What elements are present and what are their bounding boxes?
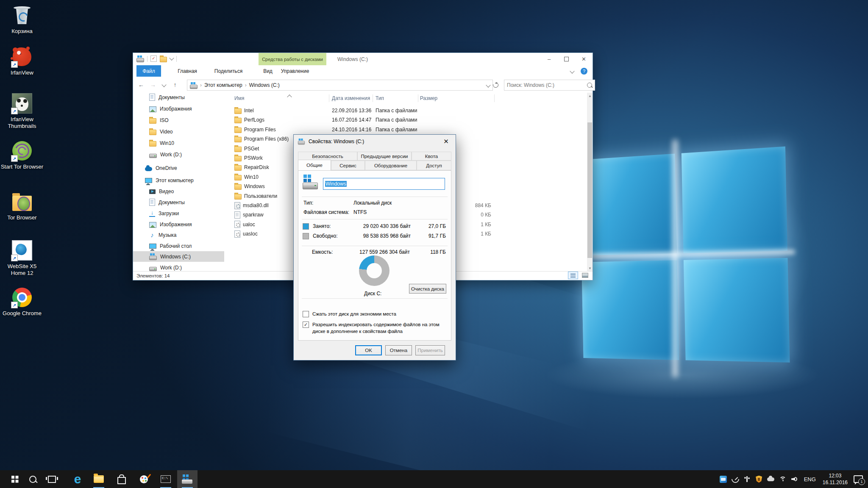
search-button[interactable] (22, 470, 43, 488)
details-view-button[interactable] (568, 272, 578, 279)
menu-file[interactable]: Файл (136, 65, 161, 77)
column-date[interactable]: Дата изменения (332, 95, 370, 101)
nav-item-этот-компьютер[interactable]: Этот компьютер (133, 175, 224, 186)
ribbon-collapse-button[interactable] (567, 65, 577, 77)
nav-item-iso[interactable]: ISO (133, 115, 224, 125)
file-explorer-button[interactable] (89, 470, 109, 488)
tab-hardware[interactable]: Оборудование (365, 161, 417, 170)
file-row[interactable]: msdia80.dll (234, 201, 269, 210)
breadcrumb-current[interactable]: Windows (C:) (249, 82, 280, 88)
desktop-icon-chrome[interactable]: ↗Google Chrome (0, 286, 44, 317)
action-center-icon[interactable]: 1 (854, 475, 863, 483)
antivirus-shield-icon[interactable] (753, 470, 765, 488)
nav-scrollbar[interactable]: ▲ ▼ (587, 93, 593, 272)
file-row[interactable]: Program Files (234, 125, 276, 134)
language-indicator[interactable]: ENG (801, 470, 819, 488)
explorer-titlebar[interactable]: ✓ Средства работы с дисками Windows (C:)… (133, 53, 593, 65)
desktop-icon-websitex5[interactable]: ↗WebSite X5 Home 12 (0, 239, 44, 277)
nav-item-work-d-[interactable]: Work (D:) (133, 149, 224, 160)
clock[interactable]: 12:03 16.11.2016 (819, 472, 851, 486)
dialog-titlebar[interactable]: Свойства: Windows (C:) (294, 135, 456, 148)
nav-item-windows-c-[interactable]: Windows (C:) (133, 251, 224, 262)
scroll-down-icon[interactable]: ▼ (588, 266, 592, 270)
desktop-icon-recycle-bin[interactable]: Корзина (0, 4, 44, 35)
satellite-dish-icon[interactable] (729, 470, 741, 488)
nav-item-видео[interactable]: Видео (133, 186, 224, 197)
new-folder-icon[interactable] (160, 57, 167, 62)
paint-button[interactable] (134, 470, 154, 488)
dialog-close-button[interactable]: ✕ (437, 135, 456, 148)
nav-item-документы[interactable]: Документы (133, 93, 224, 103)
help-button[interactable]: ? (579, 65, 589, 77)
nav-item-win10[interactable]: Win10 (133, 138, 224, 148)
back-button[interactable]: ← (136, 80, 146, 89)
store-button[interactable] (111, 470, 132, 488)
file-row[interactable]: PerfLogs (234, 115, 264, 125)
forward-button[interactable]: → (148, 80, 158, 89)
volume-label-input[interactable]: Windows (323, 178, 445, 190)
task-view-button[interactable] (42, 470, 62, 488)
scrollbar-thumb[interactable] (587, 122, 592, 258)
maximize-button[interactable] (558, 53, 575, 65)
compress-checkbox-label[interactable]: Сжать этот диск для экономии места (312, 311, 396, 317)
cancel-button[interactable]: Отмена (385, 345, 412, 355)
nav-item-музыка[interactable]: ♪Музыка (133, 230, 224, 240)
tab-general[interactable]: Общие (298, 160, 331, 170)
nav-item-изображения[interactable]: Изображения (133, 103, 224, 114)
thumbnails-view-button[interactable] (580, 272, 590, 279)
menu-home[interactable]: Главная (174, 65, 201, 77)
tab-tools[interactable]: Сервис (331, 161, 365, 170)
wifi-icon[interactable] (777, 470, 789, 488)
edge-button[interactable]: e (67, 470, 88, 488)
file-row[interactable]: RepairDisk (234, 163, 269, 172)
file-row[interactable]: Program Files (x86) (234, 134, 289, 144)
cloud-icon[interactable] (765, 470, 777, 488)
ok-button[interactable]: OK (355, 345, 382, 355)
address-box[interactable]: › Этот компьютер › Windows (C:) (187, 80, 493, 91)
file-row[interactable]: Win10 (234, 172, 259, 182)
column-name[interactable]: Имя (234, 95, 244, 101)
desktop-icon-tor-folder[interactable]: Tor Browser (0, 191, 44, 221)
tab-security[interactable]: Безопасность (298, 152, 357, 161)
tab-sharing[interactable]: Доступ (417, 161, 451, 170)
chevron-down-icon[interactable] (169, 55, 174, 60)
breadcrumb-this-pc[interactable]: Этот компьютер (204, 82, 242, 88)
tray-app-thumbnail-icon[interactable] (718, 470, 729, 488)
volume-icon[interactable] (789, 470, 801, 488)
compress-checkbox[interactable] (303, 311, 309, 317)
column-type[interactable]: Тип (376, 95, 384, 101)
nav-item-рабочий-стол[interactable]: Рабочий стол (133, 241, 224, 251)
close-button[interactable]: ✕ (575, 53, 593, 65)
tab-quota[interactable]: Квота (412, 152, 451, 161)
menu-manage[interactable]: Управление (279, 65, 311, 77)
tab-previous-versions[interactable]: Предыдущие версии (357, 152, 412, 161)
recent-locations-button[interactable] (159, 80, 169, 89)
index-checkbox-label[interactable]: Разрешить индексировать содержимое файло… (312, 321, 444, 335)
drive-window-button[interactable] (177, 470, 198, 488)
file-row[interactable]: Пользователи (234, 191, 277, 201)
column-size[interactable]: Размер (420, 95, 437, 101)
file-row[interactable]: ualoc (234, 220, 255, 229)
nav-item-загрузки[interactable]: ↓Загрузки (133, 208, 224, 219)
file-row[interactable]: sparkraw (234, 210, 264, 219)
nav-item-work-d-[interactable]: Work (D:) (133, 262, 224, 272)
menu-view[interactable]: Вид (259, 65, 277, 77)
file-row[interactable]: PSWork (234, 153, 263, 163)
desktop-icon-irfanview[interactable]: ↗IrfanView (0, 46, 44, 76)
nav-item-изображения[interactable]: Изображения (133, 219, 224, 230)
desktop-icon-irfanview-thumbnails[interactable]: ↗IrfanView Thumbnails (0, 92, 44, 130)
file-row[interactable]: Windows (234, 182, 265, 191)
apply-button[interactable]: Применить (415, 345, 445, 355)
search-input[interactable]: Поиск: Windows (C:) (504, 80, 595, 91)
usb-icon[interactable] (741, 470, 753, 488)
up-button[interactable]: ↑ (170, 80, 180, 89)
nav-item-документы[interactable]: Документы (133, 197, 224, 208)
refresh-button[interactable] (490, 80, 501, 90)
nav-item-onedrive[interactable]: OneDrive (133, 163, 224, 173)
desktop-icon-tor-globe[interactable]: ↗Start Tor Browser (0, 140, 44, 170)
index-checkbox[interactable]: ✓ (303, 322, 309, 328)
file-row[interactable]: uasloc (234, 229, 258, 238)
disk-cleanup-button[interactable]: Очистка диска (409, 284, 446, 294)
contextual-tab-drive-tools[interactable]: Средства работы с дисками (259, 53, 326, 65)
start-button[interactable] (5, 470, 25, 488)
